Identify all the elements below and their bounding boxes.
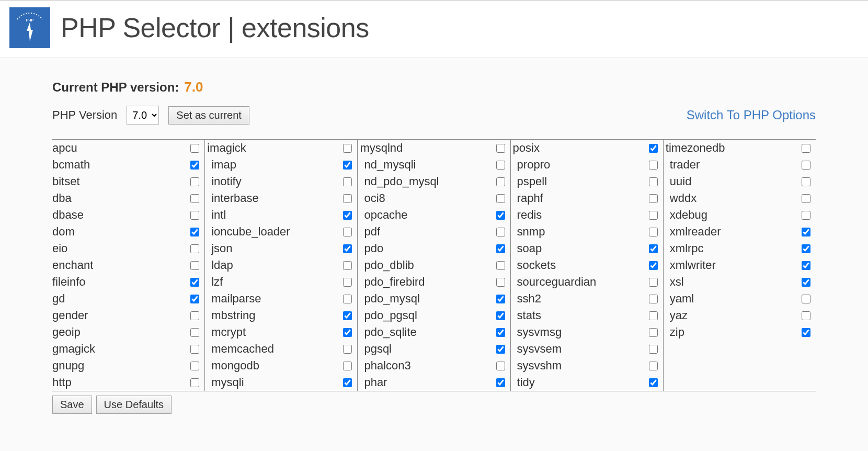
php-version-select[interactable]: 7.0 xyxy=(127,106,159,125)
extension-checkbox-opcache[interactable] xyxy=(496,211,505,220)
extension-row: zip xyxy=(664,324,816,341)
extension-checkbox-mysqlnd[interactable] xyxy=(496,144,505,153)
extension-checkbox-pdo_dblib[interactable] xyxy=(496,261,505,270)
extension-checkbox-stats[interactable] xyxy=(649,311,658,320)
extension-checkbox-tidy[interactable] xyxy=(649,378,658,387)
extension-checkbox-gmagick[interactable] xyxy=(190,345,199,354)
extension-name: json xyxy=(211,242,232,255)
extension-checkbox-eio[interactable] xyxy=(190,244,199,253)
extension-checkbox-soap[interactable] xyxy=(649,244,658,253)
extension-name: raphf xyxy=(517,191,543,205)
extension-row: ssh2 xyxy=(511,290,663,307)
extension-checkbox-mbstring[interactable] xyxy=(343,311,352,320)
extension-checkbox-fileinfo[interactable] xyxy=(190,278,199,287)
extension-name: dbase xyxy=(52,208,84,222)
extension-checkbox-yaz[interactable] xyxy=(802,311,810,320)
extension-checkbox-ssh2[interactable] xyxy=(649,295,658,303)
extension-row: geoip xyxy=(52,324,204,341)
extension-checkbox-phar[interactable] xyxy=(496,378,505,387)
extension-checkbox-dba[interactable] xyxy=(190,194,199,203)
extension-checkbox-lzf[interactable] xyxy=(343,278,352,287)
extension-checkbox-sockets[interactable] xyxy=(649,261,658,270)
extension-checkbox-bitset[interactable] xyxy=(190,177,199,186)
extension-checkbox-pdo_mysql[interactable] xyxy=(496,295,505,303)
extension-row: dom xyxy=(52,223,204,240)
extension-checkbox-pdo_firebird[interactable] xyxy=(496,278,505,287)
extension-checkbox-sysvmsg[interactable] xyxy=(649,328,658,337)
extension-row: trader xyxy=(664,156,816,173)
extension-checkbox-propro[interactable] xyxy=(649,161,658,170)
extension-checkbox-pdo[interactable] xyxy=(496,244,505,253)
extension-checkbox-dbase[interactable] xyxy=(190,211,199,220)
extension-checkbox-ioncube_loader[interactable] xyxy=(343,228,352,236)
extension-checkbox-trader[interactable] xyxy=(802,161,810,170)
extension-checkbox-inotify[interactable] xyxy=(343,177,352,186)
extension-name: imap xyxy=(211,158,236,172)
version-selector-row: PHP Version 7.0 Set as current Switch To… xyxy=(52,106,816,125)
extension-checkbox-mongodb[interactable] xyxy=(343,362,352,370)
extension-row: raphf xyxy=(511,190,663,207)
extension-checkbox-xdebug[interactable] xyxy=(802,211,810,220)
extension-checkbox-enchant[interactable] xyxy=(190,261,199,270)
save-button[interactable]: Save xyxy=(52,396,92,414)
extension-checkbox-nd_pdo_mysql[interactable] xyxy=(496,177,505,186)
extension-checkbox-pdo_pgsql[interactable] xyxy=(496,311,505,320)
extension-checkbox-mysqli[interactable] xyxy=(343,378,352,387)
extension-checkbox-pdf[interactable] xyxy=(496,228,505,236)
extension-checkbox-imagick[interactable] xyxy=(343,144,352,153)
extension-checkbox-sysvshm[interactable] xyxy=(649,362,658,370)
extension-row: json xyxy=(205,240,357,257)
extension-checkbox-oci8[interactable] xyxy=(496,194,505,203)
extension-row: ldap xyxy=(205,257,357,274)
extension-checkbox-pspell[interactable] xyxy=(649,177,658,186)
extension-checkbox-xmlreader[interactable] xyxy=(802,228,810,236)
extension-checkbox-pdo_sqlite[interactable] xyxy=(496,328,505,337)
extension-checkbox-ldap[interactable] xyxy=(343,261,352,270)
extension-checkbox-raphf[interactable] xyxy=(649,194,658,203)
extension-checkbox-gender[interactable] xyxy=(190,311,199,320)
page-header: PHP PHP Selector | extensions xyxy=(0,1,868,58)
extension-checkbox-http[interactable] xyxy=(190,378,199,387)
extension-checkbox-phalcon3[interactable] xyxy=(496,362,505,370)
set-as-current-button[interactable]: Set as current xyxy=(168,106,249,125)
extension-checkbox-geoip[interactable] xyxy=(190,328,199,337)
extension-checkbox-bcmath[interactable] xyxy=(190,161,199,170)
extension-name: mbstring xyxy=(211,309,255,322)
extension-name: pdo_mysql xyxy=(364,292,419,306)
extension-checkbox-gd[interactable] xyxy=(190,295,199,303)
extension-checkbox-dom[interactable] xyxy=(190,228,199,236)
extension-name: trader xyxy=(670,158,700,172)
extension-checkbox-redis[interactable] xyxy=(649,211,658,220)
extension-checkbox-yaml[interactable] xyxy=(802,295,810,303)
extension-checkbox-interbase[interactable] xyxy=(343,194,352,203)
extension-checkbox-timezonedb[interactable] xyxy=(802,144,810,153)
extension-checkbox-intl[interactable] xyxy=(343,211,352,220)
extension-name: enchant xyxy=(52,258,93,272)
extension-checkbox-imap[interactable] xyxy=(343,161,352,170)
extension-checkbox-xmlwriter[interactable] xyxy=(802,261,810,270)
extension-checkbox-xmlrpc[interactable] xyxy=(802,244,810,253)
extension-checkbox-gnupg[interactable] xyxy=(190,362,199,370)
extension-checkbox-xsl[interactable] xyxy=(802,278,810,287)
use-defaults-button[interactable]: Use Defaults xyxy=(96,396,172,414)
extension-name: yaz xyxy=(670,309,688,322)
extension-checkbox-json[interactable] xyxy=(343,244,352,253)
extension-checkbox-apcu[interactable] xyxy=(190,144,199,153)
extension-checkbox-memcached[interactable] xyxy=(343,345,352,354)
extension-checkbox-nd_mysqli[interactable] xyxy=(496,161,505,170)
switch-to-php-options-link[interactable]: Switch To PHP Options xyxy=(687,108,816,122)
extension-checkbox-mailparse[interactable] xyxy=(343,295,352,303)
extension-checkbox-wddx[interactable] xyxy=(802,194,810,203)
extension-checkbox-sysvsem[interactable] xyxy=(649,345,658,354)
extension-checkbox-mcrypt[interactable] xyxy=(343,328,352,337)
extension-checkbox-snmp[interactable] xyxy=(649,228,658,236)
extension-checkbox-uuid[interactable] xyxy=(802,177,810,186)
extension-name: gd xyxy=(52,292,65,306)
extension-row: intl xyxy=(205,207,357,223)
extension-checkbox-pgsql[interactable] xyxy=(496,345,505,354)
extension-checkbox-zip[interactable] xyxy=(802,328,810,337)
extension-name: uuid xyxy=(670,175,692,188)
svg-text:PHP: PHP xyxy=(26,18,34,22)
extension-checkbox-posix[interactable] xyxy=(649,144,658,153)
extension-checkbox-sourceguardian[interactable] xyxy=(649,278,658,287)
